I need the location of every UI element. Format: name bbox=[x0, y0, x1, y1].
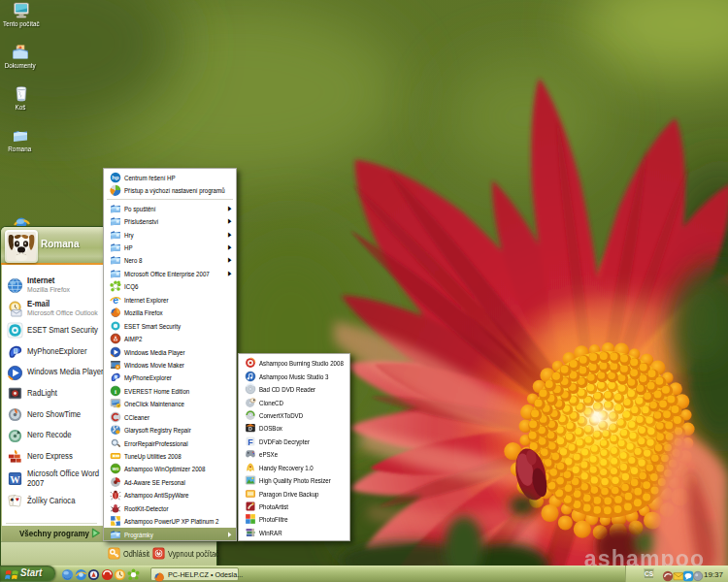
svg-text:D: D bbox=[248, 426, 252, 432]
svg-text:♥: ♥ bbox=[16, 497, 19, 503]
svg-text:i: i bbox=[115, 387, 116, 395]
svg-text:♠: ♠ bbox=[10, 496, 14, 502]
svg-text:wo: wo bbox=[112, 467, 119, 471]
svg-text:hp: hp bbox=[112, 175, 119, 180]
svg-text:F: F bbox=[248, 437, 253, 447]
svg-text:e: e bbox=[113, 294, 118, 306]
svg-text:W: W bbox=[10, 474, 20, 485]
